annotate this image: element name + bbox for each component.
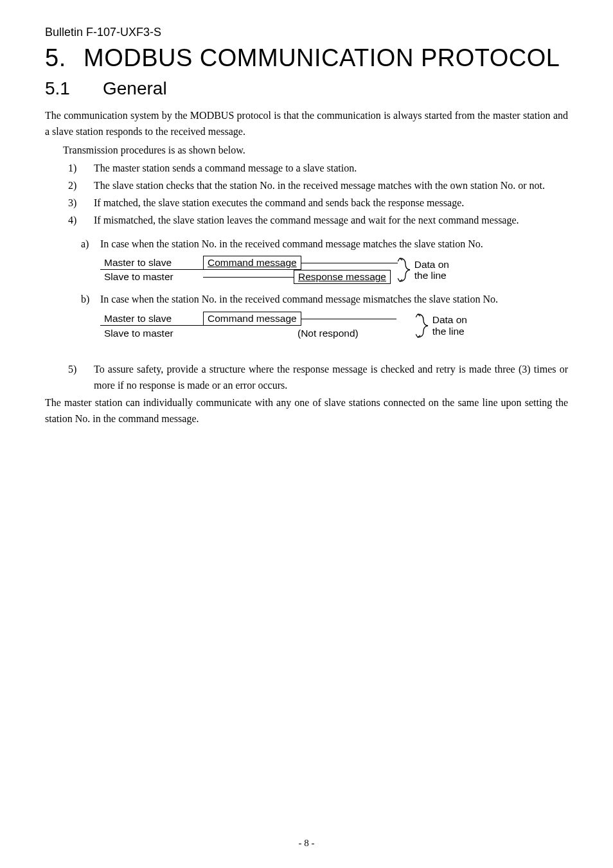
list-item: 5) To assure safety, provide a structure… — [68, 362, 568, 394]
subitem-label: a) — [81, 236, 100, 252]
list-item: 2) The slave station checks that the sta… — [68, 178, 568, 194]
list-text: The slave station checks that the statio… — [94, 178, 568, 194]
message-diagram-a: Master to slave Command message Slave to… — [100, 256, 568, 284]
diagram-data-on: Data on — [414, 259, 449, 270]
diagram-label: Slave to master — [100, 270, 203, 283]
list-text: The master station sends a command messa… — [94, 161, 568, 177]
heading-2: 5.1General — [45, 78, 568, 99]
document-header: Bulletin F-107-UXF3-S — [45, 26, 568, 39]
h1-number: 5. — [45, 44, 84, 72]
subitem-text: In case when the station No. in the rece… — [100, 292, 568, 308]
subitem-b: b) In case when the station No. in the r… — [81, 292, 568, 308]
list-number: 2) — [68, 178, 94, 194]
list-item: 4) If mismatched, the slave station leav… — [68, 213, 568, 229]
subitem-a: a) In case when the station No. in the r… — [81, 236, 568, 252]
diagram-response-box: Response message — [294, 270, 391, 284]
paragraph-intro: The communication system by the MODBUS p… — [45, 108, 568, 140]
page-number: - 8 - — [0, 838, 613, 849]
numbered-list-cont: 5) To assure safety, provide a structure… — [68, 362, 568, 394]
diagram-data-label: Data on the line — [432, 314, 467, 337]
diagram-command-box: Command message — [203, 256, 301, 270]
subitem-text: In case when the station No. in the rece… — [100, 236, 568, 252]
paragraph-closing: The master station can individually comm… — [45, 395, 568, 427]
subitem-label: b) — [81, 292, 100, 308]
list-text: If mismatched, the slave station leaves … — [94, 213, 568, 229]
list-number: 4) — [68, 213, 94, 229]
diagram-the-line: the line — [432, 326, 467, 337]
h2-number: 5.1 — [45, 78, 103, 99]
heading-1: 5.MODBUS COMMUNICATION PROTOCOL — [45, 44, 568, 72]
diagram-label: Master to slave — [100, 312, 203, 326]
message-diagram-b: Master to slave Command message Slave to… — [100, 312, 568, 340]
numbered-list: 1) The master station sends a command me… — [68, 161, 568, 228]
diagram-data-on: Data on — [432, 314, 467, 326]
list-number: 3) — [68, 195, 94, 211]
list-number: 1) — [68, 161, 94, 177]
brace-icon — [398, 257, 412, 283]
diagram-the-line: the line — [414, 270, 449, 281]
list-number: 5) — [68, 362, 94, 394]
diagram-label: Slave to master — [100, 327, 203, 340]
paragraph-transmission: Transmission procedures is as shown belo… — [63, 143, 568, 159]
list-text: If matched, the slave station executes t… — [94, 195, 568, 211]
h2-title: General — [103, 78, 167, 98]
diagram-not-respond: (Not respond) — [294, 327, 362, 340]
list-text: To assure safety, provide a structure wh… — [94, 362, 568, 394]
diagram-command-box: Command message — [203, 312, 301, 326]
diagram-label: Master to slave — [100, 256, 203, 270]
brace-icon — [416, 313, 430, 339]
h1-title: MODBUS COMMUNICATION PROTOCOL — [84, 44, 560, 71]
list-item: 3) If matched, the slave station execute… — [68, 195, 568, 211]
list-item: 1) The master station sends a command me… — [68, 161, 568, 177]
diagram-data-label: Data on the line — [414, 259, 449, 282]
